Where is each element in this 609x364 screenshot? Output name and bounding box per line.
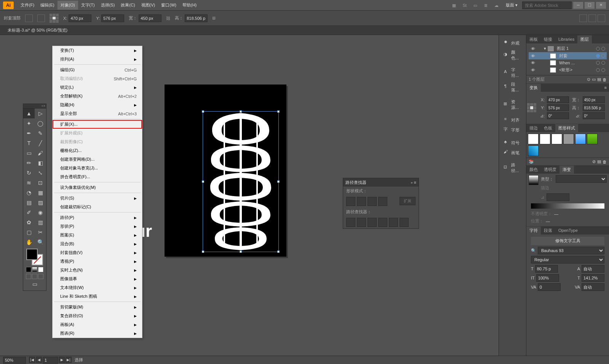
color-mode-icon[interactable] — [26, 267, 31, 272]
menu-item[interactable]: 透视(P)▶ — [53, 257, 142, 266]
menu-item[interactable]: 文本绕排(W)▶ — [53, 283, 142, 292]
font-search-icon[interactable]: 🔍 — [531, 248, 536, 253]
h-scale-input[interactable] — [582, 274, 604, 282]
menu-item-1[interactable]: 编辑(E) — [37, 1, 58, 10]
zoom-tool[interactable]: 🔍 — [35, 237, 46, 247]
layer-row[interactable]: 👁When ... — [529, 59, 607, 66]
dock-item[interactable]: A字符... — [499, 65, 526, 80]
visibility-icon[interactable]: 👁 — [530, 61, 535, 65]
panel-toggle-1[interactable] — [579, 14, 587, 22]
draw-inside-icon[interactable] — [38, 274, 43, 279]
slice-tool[interactable]: ✂ — [35, 227, 46, 237]
tf-y-input[interactable] — [547, 104, 569, 111]
intersect-icon[interactable] — [368, 197, 377, 206]
menu-item[interactable]: 设为像素级优化(M) — [53, 183, 142, 192]
stroke-along-icon[interactable] — [561, 184, 570, 192]
tf-angle-input[interactable] — [547, 112, 569, 119]
cloud-icon[interactable]: ☁ — [492, 2, 501, 9]
artboard-number-input[interactable] — [43, 357, 58, 364]
leading-input[interactable] — [582, 265, 604, 273]
visibility-icon[interactable]: 👁 — [530, 68, 535, 72]
reference-point-picker[interactable] — [50, 14, 59, 23]
menu-item[interactable]: 创建裁切标记(C) — [53, 203, 142, 211]
dock-item[interactable]: ⊡路径... — [499, 161, 526, 175]
divide-icon[interactable] — [346, 218, 355, 227]
v-scale-input[interactable] — [536, 274, 559, 282]
dock-item[interactable]: ⊞资源... — [499, 97, 526, 112]
maximize-button[interactable]: □ — [585, 2, 595, 9]
style-swatch[interactable] — [587, 134, 598, 144]
menu-item[interactable]: 锁定(L)▶ — [53, 83, 142, 92]
new-sublayer-icon[interactable]: ▭ — [592, 77, 596, 82]
graph-tool[interactable]: ▥ — [35, 217, 46, 227]
rectangle-tool[interactable]: ▭ — [23, 148, 35, 158]
menu-item[interactable]: 变换(T)▶ — [53, 46, 142, 55]
minimize-button[interactable]: – — [573, 2, 583, 9]
styles-library-icon[interactable]: 📚 — [529, 159, 534, 164]
width-tool[interactable]: ≋ — [23, 178, 35, 188]
rotate-tool[interactable]: ↻ — [23, 168, 35, 178]
menu-item-8[interactable]: 帮助(H) — [179, 1, 200, 10]
selection-tool[interactable]: ▲ — [23, 109, 35, 118]
fill-swatch[interactable] — [26, 249, 38, 260]
break-link-icon[interactable]: ⊘ — [592, 159, 596, 164]
menu-item[interactable]: 栅格化(Z)... — [53, 146, 142, 155]
menu-item[interactable]: 显示全部Alt+Ctrl+3 — [53, 109, 142, 118]
locate-layer-icon[interactable]: ⊙ — [587, 77, 590, 82]
menu-item[interactable]: 创建渐变网格(D)... — [53, 155, 142, 164]
transform-reference-picker[interactable] — [527, 103, 536, 112]
artboard-tool[interactable]: ▢ — [23, 227, 35, 237]
exclude-icon[interactable] — [378, 197, 387, 206]
panel-toggle-2[interactable] — [588, 14, 596, 22]
new-layer-icon[interactable]: ▤ — [597, 77, 601, 82]
align-icon[interactable]: ⊞ — [212, 16, 216, 21]
panel-tab[interactable]: 图形样式 — [555, 124, 578, 132]
selection-bounding-box[interactable] — [203, 111, 279, 252]
trim-icon[interactable] — [357, 218, 366, 227]
draw-behind-icon[interactable] — [32, 274, 37, 279]
curvature-tool[interactable]: ✎ — [35, 128, 46, 138]
tf-shear-input[interactable] — [583, 112, 605, 119]
tracking-input[interactable] — [582, 283, 604, 291]
style-swatch[interactable] — [551, 134, 562, 144]
tf-w-input[interactable] — [583, 96, 605, 103]
delete-style-icon[interactable]: 🗑 — [603, 160, 607, 164]
grad-type-select[interactable] — [556, 175, 607, 183]
panel-tab[interactable]: Libraries — [555, 36, 577, 43]
menu-item[interactable]: 编组(G)Ctrl+G — [53, 65, 142, 74]
menu-item[interactable]: 封套扭曲(V)▶ — [53, 248, 142, 257]
perspective-tool[interactable]: ▦ — [35, 188, 46, 198]
panel-tab[interactable]: 图层 — [577, 35, 592, 43]
lasso-tool[interactable]: ◯ — [35, 118, 46, 128]
tf-x-input[interactable] — [547, 96, 569, 103]
tf-h-input[interactable] — [583, 104, 605, 111]
panel-tab[interactable]: 渐变 — [559, 166, 574, 174]
gradient-tool[interactable]: ▨ — [35, 198, 46, 208]
panel-tab[interactable]: 链接 — [541, 35, 555, 43]
style-swatch[interactable] — [563, 134, 574, 144]
crop-icon[interactable] — [378, 218, 387, 227]
canvas-area[interactable]: «× ▲ ▷ ✦ ◯ ✒ ✎ T ╱ ▭ 🖌 ✏ ◧ ↻ ⤡ ≋ ⊡ ◔ ▦ ▤ — [0, 35, 499, 356]
menu-item[interactable]: 图像描摹▶ — [53, 275, 142, 283]
symbol-sprayer-tool[interactable]: ✿ — [23, 217, 35, 227]
menu-item-3[interactable]: 文字(T) — [78, 1, 98, 10]
arrange2-icon[interactable]: ≣ — [481, 2, 491, 9]
visibility-icon[interactable]: 👁 — [530, 54, 535, 58]
last-artboard-button[interactable]: ▶| — [66, 357, 72, 363]
grad-angle-input[interactable] — [547, 193, 569, 201]
magic-wand-tool[interactable]: ✦ — [23, 118, 35, 128]
panel-icon[interactable]: St — [460, 2, 469, 9]
share-icon[interactable]: ▦ — [449, 2, 459, 9]
menu-item[interactable]: 切片(S)▶ — [53, 194, 142, 203]
outline-icon[interactable] — [389, 218, 398, 227]
style-swatch[interactable] — [575, 134, 586, 144]
font-family-select[interactable]: Bauhaus 93 — [538, 247, 604, 254]
eraser-tool[interactable]: ◧ — [35, 158, 46, 168]
scale-tool[interactable]: ⤡ — [35, 168, 46, 178]
layer-row[interactable]: 👁▾图层 1 — [529, 45, 607, 52]
stock-search-input[interactable] — [522, 2, 572, 9]
menu-item[interactable]: 剪切蒙版(M)▶ — [53, 303, 142, 311]
menu-item-4[interactable]: 选择(S) — [98, 1, 118, 10]
menu-item[interactable]: Line 和 Sketch 图稿▶ — [53, 292, 142, 301]
h-input[interactable] — [185, 14, 208, 22]
